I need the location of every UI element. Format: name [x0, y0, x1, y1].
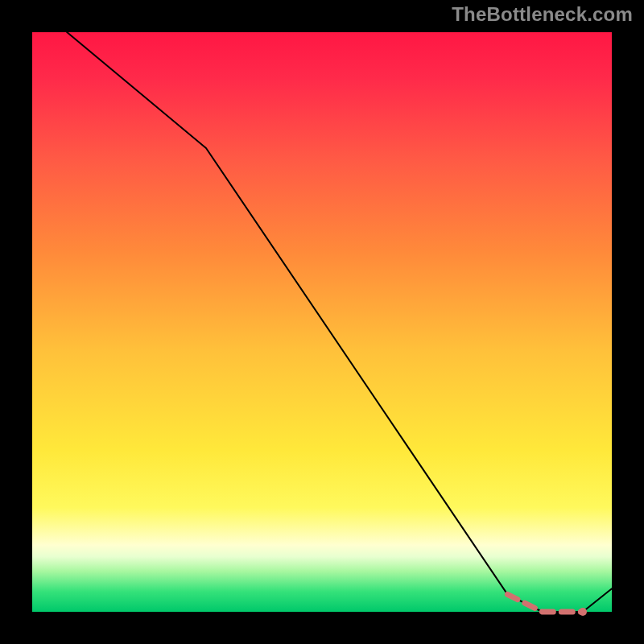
chart-stage: TheBottleneck.com	[0, 0, 644, 644]
highlight-end-dot	[579, 608, 587, 616]
plot-background	[32, 32, 612, 612]
bottleneck-chart	[0, 0, 644, 644]
watermark-text: TheBottleneck.com	[452, 3, 633, 26]
